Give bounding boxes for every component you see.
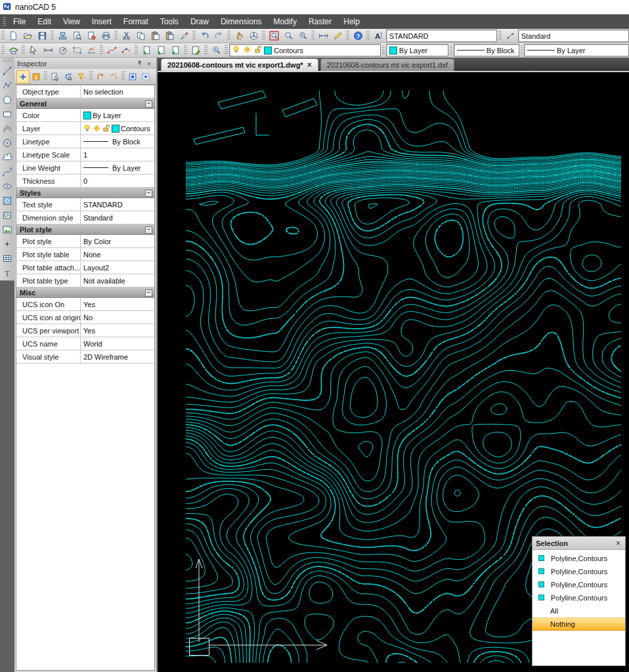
selection-popup-close-icon[interactable]: × <box>615 539 622 548</box>
draw-polygon-icon[interactable] <box>1 93 14 107</box>
property-value[interactable]: Standard <box>81 211 154 224</box>
layer-combo[interactable]: Contours <box>229 44 381 56</box>
toolbar-grip[interactable] <box>366 31 370 41</box>
collapse-icon[interactable]: − <box>145 226 152 234</box>
property-value[interactable]: Layout2 <box>81 261 154 274</box>
menu-format[interactable]: Format <box>118 15 154 28</box>
property-row[interactable]: Object typeNo selection <box>16 85 154 98</box>
property-row[interactable]: Dimension styleStandard <box>16 211 154 224</box>
area-rect-icon[interactable] <box>70 44 84 57</box>
ins-filter-icon[interactable] <box>75 70 88 83</box>
format-brush-icon[interactable] <box>177 30 191 43</box>
document-tab[interactable]: 20210608-contours mt vic export1.dwg*× <box>161 58 318 71</box>
menu-raster[interactable]: Raster <box>303 15 337 28</box>
draw-toolbar-grip[interactable] <box>3 59 12 62</box>
print-preview-icon[interactable] <box>70 30 84 43</box>
help-icon[interactable]: ? <box>351 30 365 43</box>
selection-item[interactable]: All <box>532 604 625 618</box>
select-cursor-icon[interactable] <box>26 44 41 57</box>
measure-distance-icon[interactable] <box>316 30 330 43</box>
property-row[interactable]: LayerContours <box>16 122 154 135</box>
zoom-window-icon[interactable] <box>267 30 281 43</box>
pan-hand-icon[interactable] <box>232 30 246 43</box>
draw-circle-icon[interactable] <box>1 136 14 150</box>
toolbar-grip[interactable] <box>184 45 187 55</box>
publish-icon[interactable] <box>84 30 98 43</box>
collapse-icon[interactable]: − <box>145 100 152 108</box>
property-row[interactable]: ColorBy Layer <box>16 109 154 122</box>
ins-select-add-icon[interactable] <box>16 70 30 83</box>
ins-copy-to-icon[interactable] <box>94 70 107 83</box>
toolbar-grip[interactable] <box>192 31 196 41</box>
node-edit-icon[interactable] <box>104 44 119 57</box>
property-value[interactable]: By Layer <box>81 109 154 121</box>
property-value[interactable]: 0 <box>81 175 154 187</box>
menu-edit[interactable]: Edit <box>32 15 57 28</box>
cut-icon[interactable] <box>119 30 133 43</box>
redo-icon[interactable] <box>211 30 226 43</box>
ins-refresh-icon[interactable] <box>62 70 75 83</box>
ins-paste-from-icon[interactable] <box>107 70 120 83</box>
section-header[interactable]: Styles− <box>16 188 154 198</box>
draw-rect-icon[interactable] <box>1 107 14 121</box>
property-value[interactable]: By Layer <box>81 161 154 174</box>
property-row[interactable]: Plot table attach...Layout2 <box>16 261 154 274</box>
draw-text-icon[interactable]: T <box>1 266 14 280</box>
tab-close-icon[interactable]: × <box>307 62 312 68</box>
ins-select-one-icon[interactable]: 1 <box>30 70 43 83</box>
toolbar-grip[interactable] <box>114 31 118 41</box>
menu-insert[interactable]: Insert <box>86 15 118 28</box>
property-row[interactable]: LinetypeBy Block <box>16 135 154 148</box>
copy-icon[interactable] <box>133 30 148 43</box>
undo-icon[interactable] <box>197 30 211 43</box>
toolbar-grip[interactable] <box>227 31 230 41</box>
menu-dimensions[interactable]: Dimensions <box>215 15 268 28</box>
property-value[interactable]: Yes <box>81 298 154 310</box>
draw-table-icon[interactable] <box>1 251 14 266</box>
toolbar-grip[interactable] <box>382 45 385 55</box>
toolbar-grip[interactable] <box>204 45 207 55</box>
property-value[interactable]: None <box>81 248 154 261</box>
section-header[interactable]: Plot style− <box>16 224 154 235</box>
edit-pencil-icon[interactable] <box>330 30 345 43</box>
toolbar-grip[interactable] <box>498 31 502 41</box>
sheet-export2-icon[interactable] <box>154 44 168 57</box>
selection-item[interactable]: Polyline,Contours <box>532 591 625 604</box>
inspector-close-icon[interactable]: × <box>144 59 154 68</box>
toolbar-grip[interactable] <box>346 31 349 41</box>
toolbar-grip[interactable] <box>262 31 265 41</box>
draw-polyline-icon[interactable] <box>1 78 14 93</box>
node-edit2-icon[interactable] <box>119 44 133 57</box>
toolbar-grip[interactable] <box>135 45 138 55</box>
inspector-pin-icon[interactable] <box>135 59 144 68</box>
property-row[interactable]: UCS icon OnYes <box>16 298 154 311</box>
property-row[interactable]: UCS nameWorld <box>16 337 154 350</box>
property-value[interactable]: STANDARD <box>81 198 154 211</box>
draw-hatch-icon[interactable] <box>1 194 14 208</box>
match-props-icon[interactable] <box>6 44 20 57</box>
menu-modify[interactable]: Modify <box>268 15 303 28</box>
property-value[interactable]: Contours <box>81 122 154 135</box>
property-row[interactable]: Visual style2D Wireframe <box>16 350 154 364</box>
menu-grip[interactable] <box>3 17 6 27</box>
ins-settings2-icon[interactable] <box>139 70 152 83</box>
draw-region-icon[interactable] <box>1 208 14 222</box>
ins-doc-cursor-icon[interactable] <box>49 70 62 83</box>
section-header[interactable]: General− <box>16 98 154 109</box>
draw-image-icon[interactable] <box>1 222 14 237</box>
draw-ellipse-icon[interactable] <box>1 179 14 194</box>
toolbar-grip[interactable] <box>311 31 314 41</box>
ins-settings1-icon[interactable] <box>126 70 139 83</box>
menu-view[interactable]: View <box>57 15 86 28</box>
property-row[interactable]: UCS per viewportYes <box>16 324 154 337</box>
toolbar-grip[interactable] <box>225 45 228 55</box>
measure-distance-icon[interactable] <box>41 44 55 57</box>
menu-file[interactable]: File <box>7 15 32 28</box>
menu-help[interactable]: Help <box>337 15 366 28</box>
toolbar-grip[interactable] <box>450 45 452 55</box>
toolbar-grip[interactable] <box>1 31 5 41</box>
save-file-icon[interactable] <box>35 30 49 43</box>
notes-icon[interactable] <box>188 44 203 57</box>
zoom-dynamic-icon[interactable] <box>281 30 295 43</box>
menu-draw[interactable]: Draw <box>184 15 215 28</box>
